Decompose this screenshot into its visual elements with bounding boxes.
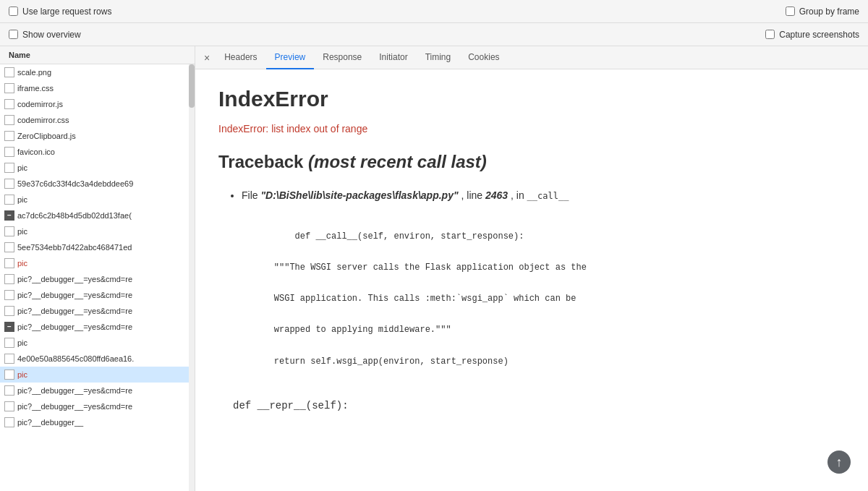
code-block: def __call__(self, environ, start_respon… — [253, 213, 845, 385]
file-list: scale.pngiframe.csscodemirror.jscodemirr… — [0, 64, 195, 430]
file-name: pic?__debugger__=yes&cmd=re — [17, 386, 189, 395]
file-name: pic — [17, 163, 189, 172]
file-name: pic — [17, 195, 189, 204]
list-item[interactable]: codemirror.css — [0, 112, 195, 128]
list-item[interactable]: 59e37c6dc33f4dc3a4debddee69 — [0, 176, 195, 192]
name-header: Name — [0, 46, 195, 64]
minus-icon: − — [4, 210, 14, 221]
def-line: def __repr__(self): — [233, 400, 349, 411]
tab-headers[interactable]: Headers — [216, 46, 265, 69]
use-large-rows-checkbox-label[interactable]: Use large request rows — [9, 7, 111, 17]
tabs-bar: × Headers Preview Response Initiator Tim… — [195, 46, 868, 69]
scroll-icon: ↑ — [836, 455, 843, 470]
list-item[interactable]: −pic?__debugger__=yes&cmd=re — [0, 319, 195, 335]
capture-screenshots-checkbox[interactable] — [765, 30, 775, 39]
second-bar-right: Capture screenshots — [765, 30, 859, 40]
tab-timing[interactable]: Timing — [417, 46, 460, 69]
file-name: pic?__debugger__=yes&cmd=re — [17, 291, 189, 299]
code-line5: return self.wsgi_app(environ, start_resp… — [274, 356, 509, 367]
file-name: ac7dc6c2b48b4d5db02dd13fae( — [17, 211, 189, 220]
page-icon — [4, 370, 14, 380]
page-icon — [4, 354, 14, 364]
list-item[interactable]: pic — [0, 192, 195, 208]
minus-icon: − — [4, 322, 14, 332]
list-item[interactable]: −ac7dc6c2b48b4d5db02dd13fae( — [0, 208, 195, 223]
list-item[interactable]: 4e00e50a885645c080ffd6aea16. — [0, 351, 195, 367]
top-bar-right: Group by frame — [786, 7, 859, 17]
capture-screenshots-checkbox-label[interactable]: Capture screenshots — [765, 30, 859, 40]
page-icon — [4, 195, 14, 205]
page-icon — [4, 67, 14, 77]
code-line3: WSGI application. This calls :meth:`wsgi… — [274, 294, 576, 304]
page-icon — [4, 115, 14, 125]
file-name: pic?__debugger__=yes&cmd=re — [17, 307, 189, 315]
page-icon — [4, 99, 14, 109]
page-icon — [4, 385, 14, 396]
file-name: pic?__debugger__=yes&cmd=re — [17, 402, 189, 411]
tab-close-button[interactable]: × — [198, 50, 216, 66]
list-item[interactable]: pic — [0, 160, 195, 176]
top-bar: Use large request rows Group by frame — [0, 0, 868, 23]
list-item[interactable]: codemirror.js — [0, 96, 195, 112]
page-icon — [4, 147, 14, 157]
list-item[interactable]: pic?__debugger__=yes&cmd=re — [0, 383, 195, 398]
file-name: pic?__debugger__=yes&cmd=re — [17, 323, 189, 331]
capture-screenshots-label: Capture screenshots — [779, 30, 859, 40]
list-item[interactable]: pic — [0, 367, 195, 383]
file-label: File — [242, 189, 258, 201]
tab-preview[interactable]: Preview — [266, 46, 315, 69]
error-title: IndexError — [218, 87, 845, 111]
call-ref: __call__ — [527, 191, 569, 201]
list-item[interactable]: pic?__debugger__=yes&cmd=re — [0, 398, 195, 414]
list-item[interactable]: iframe.css — [0, 80, 195, 96]
list-item[interactable]: pic — [0, 255, 195, 271]
second-bar-left: Show overview — [9, 30, 81, 40]
code-line4: wrapped to applying middleware.""" — [274, 325, 451, 335]
show-overview-label: Show overview — [22, 30, 81, 40]
file-name: 5ee7534ebb7d422abc468471ed — [17, 243, 189, 252]
traceback-italic: (most recent call last) — [308, 152, 487, 171]
preview-content[interactable]: IndexError IndexError: list index out of… — [195, 69, 868, 491]
list-item[interactable]: pic — [0, 223, 195, 239]
page-icon — [4, 306, 14, 316]
tab-initiator[interactable]: Initiator — [370, 46, 416, 69]
file-name: iframe.css — [17, 84, 189, 93]
tab-response[interactable]: Response — [314, 46, 370, 69]
scrollbar-track[interactable] — [189, 64, 195, 491]
list-item[interactable]: pic?__debugger__=yes&cmd=re — [0, 303, 195, 319]
list-item[interactable]: pic?__debugger__ — [0, 414, 195, 430]
list-item[interactable]: pic — [0, 335, 195, 351]
group-by-frame-checkbox-label[interactable]: Group by frame — [786, 7, 859, 17]
scroll-to-top-button[interactable]: ↑ — [827, 451, 851, 474]
file-name: pic?__debugger__=yes&cmd=re — [17, 275, 189, 283]
list-item[interactable]: favicon.ico — [0, 144, 195, 160]
line-num: 2463 — [485, 189, 508, 201]
group-by-frame-label: Group by frame — [799, 7, 859, 17]
code-line1: def __call__(self, environ, start_respon… — [295, 231, 524, 242]
traceback-title: Traceback (most recent call last) — [218, 152, 845, 172]
list-item[interactable]: ZeroClipboard.js — [0, 128, 195, 144]
show-overview-checkbox[interactable] — [9, 30, 18, 39]
file-name: pic — [17, 259, 189, 268]
page-icon — [4, 83, 14, 93]
file-list-wrapper[interactable]: scale.pngiframe.csscodemirror.jscodemirr… — [0, 64, 195, 491]
page-icon — [4, 131, 14, 141]
tab-cookies[interactable]: Cookies — [459, 46, 508, 69]
list-item[interactable]: pic?__debugger__=yes&cmd=re — [0, 271, 195, 287]
right-panel: × Headers Preview Response Initiator Tim… — [195, 46, 868, 491]
scrollbar-thumb[interactable] — [189, 64, 195, 108]
main-container: Name scale.pngiframe.csscodemirror.jscod… — [0, 46, 868, 491]
page-icon — [4, 258, 14, 268]
show-overview-checkbox-label[interactable]: Show overview — [9, 30, 81, 40]
list-item[interactable]: pic?__debugger__=yes&cmd=re — [0, 287, 195, 303]
group-by-frame-checkbox[interactable] — [786, 7, 795, 16]
list-item[interactable]: 5ee7534ebb7d422abc468471ed — [0, 239, 195, 255]
in-label: in — [516, 189, 524, 201]
file-path: "D:\BiShe\lib\site-packages\flask\app.py… — [260, 189, 458, 201]
page-icon — [4, 163, 14, 173]
use-large-rows-checkbox[interactable] — [9, 7, 18, 16]
page-icon — [4, 242, 14, 252]
page-icon — [4, 290, 14, 300]
top-bar-left: Use large request rows — [9, 7, 111, 17]
list-item[interactable]: scale.png — [0, 64, 195, 80]
